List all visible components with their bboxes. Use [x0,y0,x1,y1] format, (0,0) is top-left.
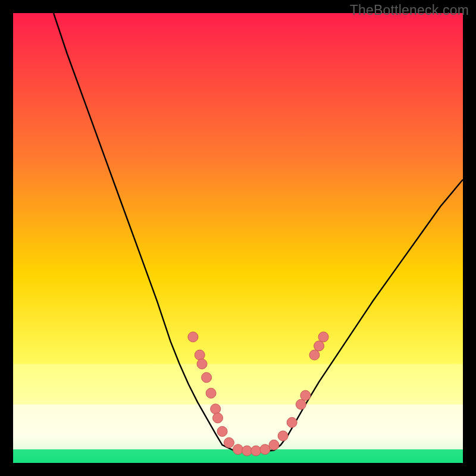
pale-yellow-band [13,364,463,405]
data-point [188,332,198,342]
watermark-text: TheBottleneck.com [350,2,469,18]
data-point [197,359,207,369]
data-point [300,390,311,400]
data-point [309,350,320,360]
data-point [296,399,306,409]
data-point [206,388,216,398]
data-point [242,446,252,456]
data-point [202,372,212,383]
data-point [269,440,279,450]
data-point [224,438,234,448]
data-point [195,350,205,360]
chart-stage: TheBottleneck.com [0,0,476,476]
data-point [233,444,243,455]
data-point [287,418,297,428]
data-point [318,332,328,342]
data-point [260,444,270,455]
data-point [251,446,261,456]
data-point [211,404,221,414]
data-point [213,413,223,423]
data-point [217,427,227,437]
data-point [278,431,288,441]
data-point [314,341,324,351]
bottleneck-chart [13,13,463,463]
cream-band [13,405,463,450]
